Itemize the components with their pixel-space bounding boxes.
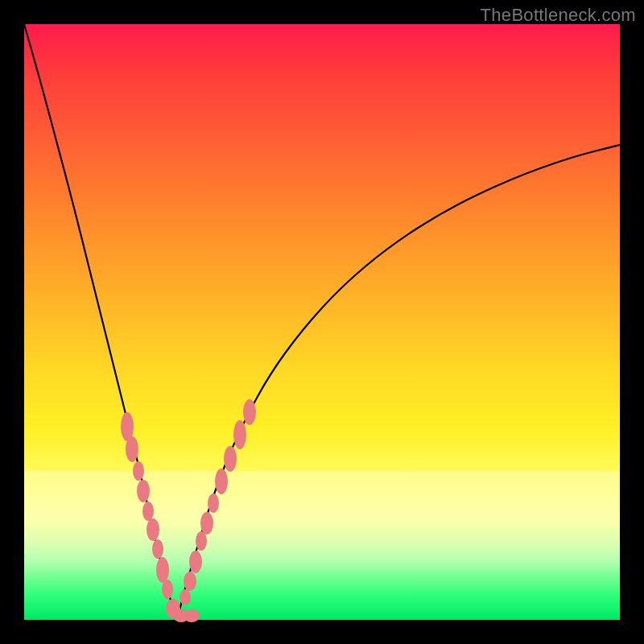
bead-cluster [121,399,256,622]
bead [137,480,150,502]
bead [184,609,200,622]
bead [180,589,191,605]
bead [162,580,173,599]
bead [233,420,246,449]
bead [224,446,237,472]
bead [126,436,138,462]
bead [196,531,207,551]
bead [189,551,202,573]
bead [200,512,213,535]
watermark-text: TheBottleneck.com [481,5,636,26]
chart-svg [24,24,620,620]
bead [215,469,228,494]
bead [147,518,159,541]
bead [133,461,144,481]
bead [142,502,154,521]
bead [156,557,169,583]
bead [243,399,256,425]
bead [152,539,163,559]
bead [184,572,196,591]
bead [208,493,219,513]
right-curve-line [177,145,620,620]
